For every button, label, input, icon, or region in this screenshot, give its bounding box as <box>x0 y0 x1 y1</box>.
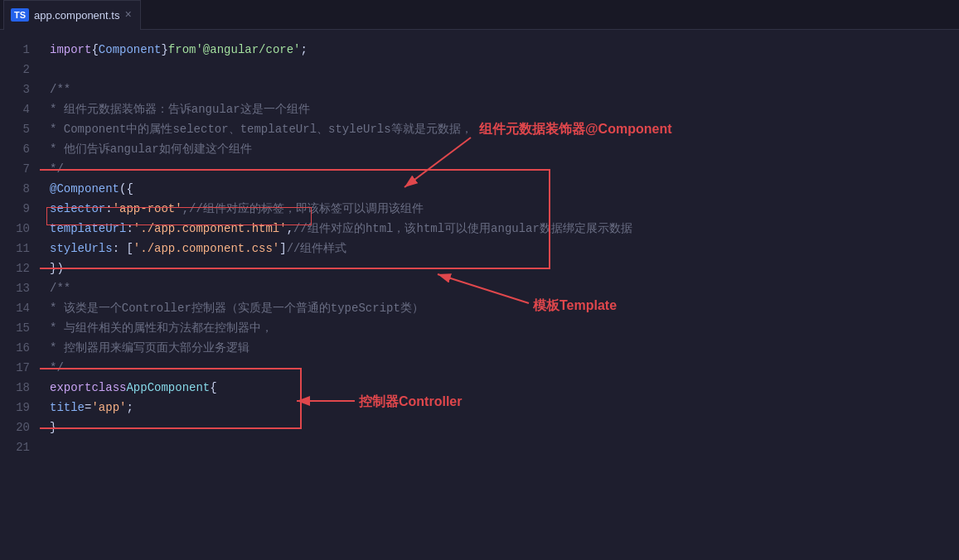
code-line <box>50 437 959 457</box>
line-number: 10 <box>7 219 30 239</box>
code-line: * 组件元数据装饰器：告诉angular这是一个组件 <box>50 99 959 119</box>
code-line: * Component中的属性selector、templateUrl、styl… <box>50 119 959 139</box>
token-punct: } <box>161 40 167 60</box>
code-line: styleUrls: ['./app.component.css']//组件样式 <box>50 239 959 258</box>
token-kw-export: export <box>50 378 91 398</box>
tab-app-component[interactable]: TS app.component.ts × <box>3 0 141 30</box>
token-prop: templateUrl <box>50 219 126 239</box>
token-punct: : [ <box>113 239 133 258</box>
code-line: * 与组件相关的属性和方法都在控制器中， <box>50 318 959 338</box>
token-kw-class: class <box>91 378 126 398</box>
code-line: import { Component } from '@angular/core… <box>50 40 959 60</box>
line-number: 18 <box>7 378 30 398</box>
token-punct: { <box>91 40 98 60</box>
code-area[interactable]: import { Component } from '@angular/core… <box>40 30 959 560</box>
tab-close-button[interactable]: × <box>124 9 131 21</box>
token-comment: */ <box>50 159 64 179</box>
code-line: /** <box>50 80 959 99</box>
token-comment: /** <box>50 278 70 298</box>
editor-area: 123456789101112131415161718192021 import… <box>0 30 959 560</box>
token-kw-component: Component <box>99 40 162 60</box>
token-punct: ; <box>126 398 133 418</box>
token-comment: * 组件元数据装饰器：告诉angular这是一个组件 <box>50 99 310 119</box>
token-comment: * Component中的属性selector、templateUrl、styl… <box>50 119 472 139</box>
code-line: @Component({ <box>50 179 959 199</box>
line-number: 16 <box>7 338 30 358</box>
line-number: 11 <box>7 239 30 258</box>
code-line: * 控制器用来编写页面大部分业务逻辑 <box>50 338 959 358</box>
token-punct: = <box>85 398 91 418</box>
code-line: }) <box>50 258 959 278</box>
token-comment: //组件样式 <box>287 239 347 258</box>
token-punct: ] <box>279 239 286 258</box>
token-punct: ({ <box>119 179 133 199</box>
tab-bar: TS app.component.ts × <box>0 0 959 30</box>
ts-icon: TS <box>11 8 29 22</box>
line-number: 8 <box>7 179 30 199</box>
line-number: 17 <box>7 358 30 378</box>
token-str-orange: './app.component.html' <box>133 219 287 239</box>
token-decorator: @Component <box>50 179 119 199</box>
token-prop: styleUrls <box>50 239 113 258</box>
line-number: 15 <box>7 318 30 338</box>
token-punct: { <box>210 378 216 398</box>
token-str: '@angular/core' <box>196 40 300 60</box>
token-comment: */ <box>50 358 64 378</box>
token-prop: selector <box>50 199 105 219</box>
token-str-orange: 'app-root' <box>113 199 182 219</box>
token-comment: * 与组件相关的属性和方法都在控制器中， <box>50 318 273 338</box>
token-punct: ; <box>301 40 308 60</box>
code-line: export class AppComponent { <box>50 378 959 398</box>
token-punct: : <box>105 199 112 219</box>
token-punct: , <box>287 219 293 239</box>
line-number: 4 <box>7 99 30 119</box>
token-comment: /** <box>50 80 70 99</box>
token-comment: ,//组件对应的标签，即该标签可以调用该组件 <box>182 199 424 219</box>
line-number: 2 <box>7 60 30 80</box>
line-number: 1 <box>7 40 30 60</box>
token-punct: } <box>50 418 56 437</box>
token-punct: }) <box>50 258 64 278</box>
code-line: /** <box>50 278 959 298</box>
line-number: 9 <box>7 199 30 219</box>
line-number: 19 <box>7 398 30 418</box>
line-number: 20 <box>7 418 30 437</box>
token-comment: * 控制器用来编写页面大部分业务逻辑 <box>50 338 249 358</box>
line-number: 3 <box>7 80 30 99</box>
code-line: templateUrl: './app.component.html',//组件… <box>50 219 959 239</box>
line-numbers: 123456789101112131415161718192021 <box>0 30 40 560</box>
token-class-name: AppComponent <box>126 378 210 398</box>
code-line: } <box>50 418 959 437</box>
line-number: 6 <box>7 139 30 159</box>
token-kw-import: import <box>50 40 91 60</box>
code-line: */ <box>50 358 959 378</box>
code-line: * 该类是一个Controller控制器（实质是一个普通的typeScript类… <box>50 298 959 318</box>
line-number: 13 <box>7 278 30 298</box>
line-number: 7 <box>7 159 30 179</box>
token-punct: : <box>126 219 133 239</box>
token-str-orange: './app.component.css' <box>133 239 279 258</box>
code-line: selector: 'app-root',//组件对应的标签，即该标签可以调用该… <box>50 199 959 219</box>
line-number: 5 <box>7 119 30 139</box>
token-str-orange: 'app' <box>91 398 126 418</box>
token-comment: * 该类是一个Controller控制器（实质是一个普通的typeScript类… <box>50 298 424 318</box>
token-comment: //组件对应的html，该html可以使用angular数据绑定展示数据 <box>293 219 632 239</box>
code-line <box>50 60 959 80</box>
token-comment: * 他们告诉angular如何创建这个组件 <box>50 139 252 159</box>
line-number: 21 <box>7 437 30 457</box>
line-number: 12 <box>7 258 30 278</box>
token-kw-from: from <box>168 40 196 60</box>
tab-filename: app.component.ts <box>34 9 119 22</box>
line-number: 14 <box>7 298 30 318</box>
code-line: */ <box>50 159 959 179</box>
token-prop: title <box>50 398 85 418</box>
code-line: title = 'app'; <box>50 398 959 418</box>
code-line: * 他们告诉angular如何创建这个组件 <box>50 139 959 159</box>
